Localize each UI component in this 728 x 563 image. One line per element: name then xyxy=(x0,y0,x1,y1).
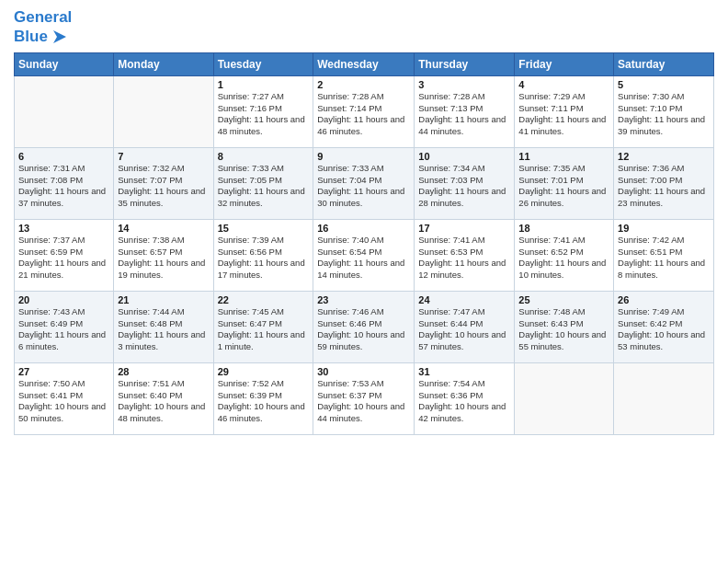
table-row: 5Sunrise: 7:30 AMSunset: 7:10 PMDaylight… xyxy=(614,75,714,147)
sunrise-text: Sunrise: 7:40 AM xyxy=(317,235,383,245)
day-number: 14 xyxy=(118,223,209,234)
sunrise-text: Sunrise: 7:42 AM xyxy=(618,235,684,245)
daylight-text: Daylight: 11 hours and 3 minutes. xyxy=(118,329,205,351)
day-number: 18 xyxy=(518,223,609,234)
day-number: 5 xyxy=(618,79,710,90)
daylight-text: Daylight: 11 hours and 28 minutes. xyxy=(418,186,506,208)
sunrise-text: Sunrise: 7:34 AM xyxy=(418,163,484,173)
sunset-text: Sunset: 6:56 PM xyxy=(218,247,282,257)
sunset-text: Sunset: 7:04 PM xyxy=(317,175,381,185)
table-row: 17Sunrise: 7:41 AMSunset: 6:53 PMDayligh… xyxy=(415,219,515,291)
day-info: Sunrise: 7:41 AMSunset: 6:53 PMDaylight:… xyxy=(418,235,510,282)
daylight-text: Daylight: 11 hours and 35 minutes. xyxy=(118,186,205,208)
sunrise-text: Sunrise: 7:39 AM xyxy=(218,235,284,245)
table-row: 22Sunrise: 7:45 AMSunset: 6:47 PMDayligh… xyxy=(213,291,313,362)
sunset-text: Sunset: 6:44 PM xyxy=(418,318,483,328)
sunset-text: Sunset: 6:39 PM xyxy=(218,390,282,400)
table-row: 9Sunrise: 7:33 AMSunset: 7:04 PMDaylight… xyxy=(313,147,415,219)
day-info: Sunrise: 7:28 AMSunset: 7:14 PMDaylight:… xyxy=(317,91,410,138)
day-number: 26 xyxy=(618,294,710,305)
day-number: 31 xyxy=(418,366,510,377)
logo-text: General Blue xyxy=(14,9,72,47)
day-info: Sunrise: 7:27 AMSunset: 7:16 PMDaylight:… xyxy=(218,91,310,138)
day-info: Sunrise: 7:33 AMSunset: 7:05 PMDaylight:… xyxy=(218,163,310,210)
sunrise-text: Sunrise: 7:48 AM xyxy=(518,306,585,316)
table-row: 16Sunrise: 7:40 AMSunset: 6:54 PMDayligh… xyxy=(313,219,415,291)
sunset-text: Sunset: 7:03 PM xyxy=(418,175,483,185)
day-number: 13 xyxy=(18,223,109,234)
sunset-text: Sunset: 7:14 PM xyxy=(317,103,381,113)
sunset-text: Sunset: 7:11 PM xyxy=(518,103,583,113)
col-tuesday: Tuesday xyxy=(213,52,313,75)
table-row: 15Sunrise: 7:39 AMSunset: 6:56 PMDayligh… xyxy=(213,219,313,291)
day-number: 21 xyxy=(118,294,209,305)
sunrise-text: Sunrise: 7:27 AM xyxy=(218,91,284,101)
day-number: 27 xyxy=(18,366,109,377)
sunset-text: Sunset: 7:13 PM xyxy=(418,103,483,113)
sunrise-text: Sunrise: 7:37 AM xyxy=(18,235,85,245)
daylight-text: Daylight: 10 hours and 48 minutes. xyxy=(118,401,205,423)
table-row: 6Sunrise: 7:31 AMSunset: 7:08 PMDaylight… xyxy=(15,147,114,219)
sunrise-text: Sunrise: 7:43 AM xyxy=(18,306,85,316)
calendar-week-row: 13Sunrise: 7:37 AMSunset: 6:59 PMDayligh… xyxy=(15,219,714,291)
sunset-text: Sunset: 6:42 PM xyxy=(618,318,682,328)
sunrise-text: Sunrise: 7:29 AM xyxy=(518,91,585,101)
calendar-week-row: 6Sunrise: 7:31 AMSunset: 7:08 PMDaylight… xyxy=(15,147,714,219)
day-number: 3 xyxy=(418,79,510,90)
day-number: 22 xyxy=(218,294,310,305)
sunset-text: Sunset: 6:49 PM xyxy=(18,318,83,328)
sunrise-text: Sunrise: 7:33 AM xyxy=(317,163,383,173)
table-row: 14Sunrise: 7:38 AMSunset: 6:57 PMDayligh… xyxy=(114,219,213,291)
sunrise-text: Sunrise: 7:47 AM xyxy=(418,306,484,316)
day-number: 30 xyxy=(317,366,410,377)
day-info: Sunrise: 7:38 AMSunset: 6:57 PMDaylight:… xyxy=(118,235,209,282)
calendar-week-row: 27Sunrise: 7:50 AMSunset: 6:41 PMDayligh… xyxy=(15,362,714,434)
sunrise-text: Sunrise: 7:51 AM xyxy=(118,378,184,388)
daylight-text: Daylight: 11 hours and 46 minutes. xyxy=(317,114,404,136)
day-number: 12 xyxy=(618,151,710,162)
sunrise-text: Sunrise: 7:44 AM xyxy=(118,306,184,316)
table-row: 2Sunrise: 7:28 AMSunset: 7:14 PMDaylight… xyxy=(313,75,415,147)
table-row: 25Sunrise: 7:48 AMSunset: 6:43 PMDayligh… xyxy=(515,291,614,362)
sunset-text: Sunset: 6:57 PM xyxy=(118,247,182,257)
logo: General Blue xyxy=(14,9,72,47)
sunrise-text: Sunrise: 7:33 AM xyxy=(218,163,284,173)
table-row: 1Sunrise: 7:27 AMSunset: 7:16 PMDaylight… xyxy=(213,75,313,147)
col-friday: Friday xyxy=(515,52,614,75)
daylight-text: Daylight: 10 hours and 46 minutes. xyxy=(218,401,305,423)
sunset-text: Sunset: 7:07 PM xyxy=(118,175,182,185)
table-row: 10Sunrise: 7:34 AMSunset: 7:03 PMDayligh… xyxy=(415,147,515,219)
day-number: 20 xyxy=(18,294,109,305)
sunset-text: Sunset: 6:46 PM xyxy=(317,318,381,328)
sunrise-text: Sunrise: 7:52 AM xyxy=(218,378,284,388)
sunset-text: Sunset: 6:43 PM xyxy=(518,318,583,328)
daylight-text: Daylight: 10 hours and 55 minutes. xyxy=(518,329,606,351)
day-number: 10 xyxy=(418,151,510,162)
day-number: 25 xyxy=(518,294,609,305)
day-number: 9 xyxy=(317,151,410,162)
day-info: Sunrise: 7:39 AMSunset: 6:56 PMDaylight:… xyxy=(218,235,310,282)
day-info: Sunrise: 7:47 AMSunset: 6:44 PMDaylight:… xyxy=(418,306,510,353)
daylight-text: Daylight: 10 hours and 59 minutes. xyxy=(317,329,404,351)
col-sunday: Sunday xyxy=(15,52,114,75)
table-row: 8Sunrise: 7:33 AMSunset: 7:05 PMDaylight… xyxy=(213,147,313,219)
day-info: Sunrise: 7:50 AMSunset: 6:41 PMDaylight:… xyxy=(18,378,109,425)
sunrise-text: Sunrise: 7:54 AM xyxy=(418,378,484,388)
day-number: 8 xyxy=(218,151,310,162)
daylight-text: Daylight: 10 hours and 44 minutes. xyxy=(317,401,404,423)
sunrise-text: Sunrise: 7:45 AM xyxy=(218,306,284,316)
daylight-text: Daylight: 11 hours and 37 minutes. xyxy=(18,186,106,208)
table-row: 7Sunrise: 7:32 AMSunset: 7:07 PMDaylight… xyxy=(114,147,213,219)
sunrise-text: Sunrise: 7:28 AM xyxy=(317,91,383,101)
table-row: 11Sunrise: 7:35 AMSunset: 7:01 PMDayligh… xyxy=(515,147,614,219)
day-info: Sunrise: 7:53 AMSunset: 6:37 PMDaylight:… xyxy=(317,378,410,425)
calendar-header-row: Sunday Monday Tuesday Wednesday Thursday… xyxy=(15,52,714,75)
day-number: 29 xyxy=(218,366,310,377)
calendar-table: Sunday Monday Tuesday Wednesday Thursday… xyxy=(14,52,714,435)
sunset-text: Sunset: 7:08 PM xyxy=(18,175,83,185)
daylight-text: Daylight: 11 hours and 32 minutes. xyxy=(218,186,305,208)
table-row: 30Sunrise: 7:53 AMSunset: 6:37 PMDayligh… xyxy=(313,362,415,434)
table-row: 20Sunrise: 7:43 AMSunset: 6:49 PMDayligh… xyxy=(15,291,114,362)
day-info: Sunrise: 7:46 AMSunset: 6:46 PMDaylight:… xyxy=(317,306,410,353)
sunset-text: Sunset: 6:40 PM xyxy=(118,390,182,400)
